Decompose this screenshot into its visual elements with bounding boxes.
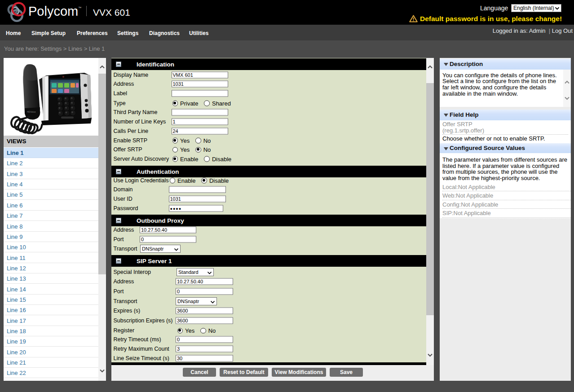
svg-text:HDVoice: HDVoice <box>27 110 36 113</box>
